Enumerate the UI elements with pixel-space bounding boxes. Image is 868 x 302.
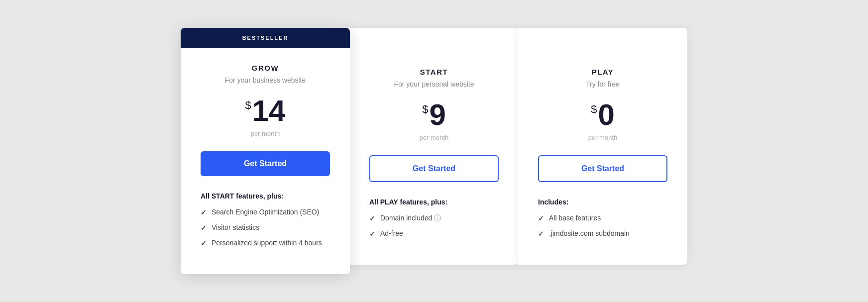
grow-feature-list: ✓ Search Engine Optimization (SEO) ✓ Vis…	[201, 208, 330, 247]
start-cta-button[interactable]: Get Started	[369, 155, 499, 182]
start-plan-subtitle: For your personal website	[369, 80, 499, 88]
list-item: ✓ Visitor statistics	[201, 223, 330, 232]
bestseller-label: BESTSELLER	[242, 35, 289, 41]
grow-plan-name: GROW	[201, 64, 330, 72]
feature-text: .jimdosite.com subdomain	[549, 229, 630, 237]
play-features-section: Includes: ✓ All base features ✓ .jimdosi…	[518, 198, 687, 238]
list-item: ✓ Ad-free	[369, 229, 499, 238]
play-price-amount: 0	[598, 100, 614, 130]
check-icon: ✓	[369, 214, 375, 222]
feature-text-wrapper: Domain included i	[380, 214, 441, 222]
start-price-display: $ 9	[422, 100, 446, 130]
start-spacer	[349, 28, 519, 52]
grow-price-display: $ 14	[245, 96, 286, 126]
check-icon: ✓	[369, 230, 375, 238]
pricing-container: BESTSELLER GROW For your business websit…	[181, 28, 687, 274]
grow-per-month: per month	[201, 130, 330, 137]
start-plan-name: START	[369, 68, 499, 76]
plan-card-grow: BESTSELLER GROW For your business websit…	[181, 28, 350, 274]
feature-text: Domain included	[380, 214, 432, 222]
grow-card-body: GROW For your business website $ 14 per …	[181, 48, 350, 176]
start-price-container: $ 9	[369, 100, 499, 130]
info-icon[interactable]: i	[434, 214, 441, 221]
list-item: ✓ Personalized support within 4 hours	[201, 239, 330, 247]
check-icon: ✓	[538, 214, 544, 222]
check-icon: ✓	[201, 239, 207, 247]
play-currency: $	[591, 104, 597, 115]
play-plan-subtitle: Try for free	[538, 80, 667, 88]
play-feature-list: ✓ All base features ✓ .jimdosite.com sub…	[538, 214, 667, 238]
list-item: ✓ .jimdosite.com subdomain	[538, 229, 667, 238]
plan-card-play: PLAY Try for free $ 0 per month Get Star…	[518, 28, 687, 265]
play-per-month: per month	[538, 134, 667, 141]
grow-cta-button[interactable]: Get Started	[201, 151, 330, 176]
feature-text: Personalized support within 4 hours	[212, 239, 322, 247]
play-cta-button[interactable]: Get Started	[538, 155, 667, 182]
feature-text: Visitor statistics	[212, 223, 259, 231]
grow-features-heading: All START features, plus:	[201, 192, 330, 200]
plan-card-start: START For your personal website $ 9 per …	[349, 28, 519, 265]
grow-currency: $	[245, 100, 251, 111]
play-card-body: PLAY Try for free $ 0 per month Get Star…	[518, 52, 687, 182]
list-item: ✓ Domain included i	[369, 214, 499, 222]
play-price-container: $ 0	[538, 100, 667, 130]
grow-features-section: All START features, plus: ✓ Search Engin…	[181, 192, 350, 247]
feature-text: Search Engine Optimization (SEO)	[212, 208, 319, 216]
start-feature-list: ✓ Domain included i ✓ Ad-free	[369, 214, 499, 238]
feature-text: All base features	[549, 214, 601, 222]
play-spacer	[518, 28, 687, 52]
start-card-body: START For your personal website $ 9 per …	[349, 52, 519, 182]
check-icon: ✓	[201, 224, 207, 232]
check-icon: ✓	[201, 208, 207, 216]
bestseller-banner: BESTSELLER	[181, 28, 350, 48]
grow-price-container: $ 14	[201, 96, 330, 126]
play-plan-name: PLAY	[538, 68, 667, 76]
list-item: ✓ Search Engine Optimization (SEO)	[201, 208, 330, 216]
play-features-heading: Includes:	[538, 198, 667, 206]
play-price-display: $ 0	[591, 100, 615, 130]
feature-text: Ad-free	[380, 229, 403, 237]
grow-plan-subtitle: For your business website	[201, 76, 330, 84]
list-item: ✓ All base features	[538, 214, 667, 222]
start-currency: $	[422, 104, 428, 115]
grow-price-amount: 14	[252, 96, 286, 126]
check-icon: ✓	[538, 230, 544, 238]
start-per-month: per month	[369, 134, 499, 141]
start-features-section: All PLAY features, plus: ✓ Domain includ…	[349, 198, 519, 238]
start-price-amount: 9	[429, 100, 445, 130]
start-features-heading: All PLAY features, plus:	[369, 198, 499, 206]
